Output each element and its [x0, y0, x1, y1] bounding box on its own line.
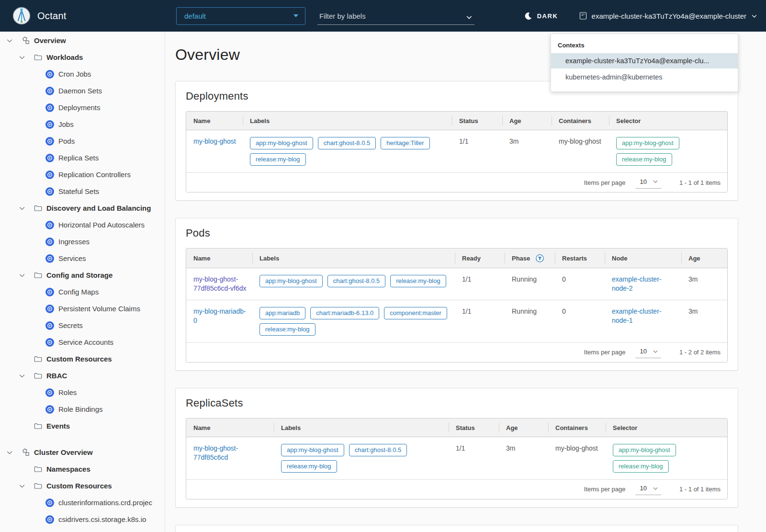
apps-icon — [21, 448, 30, 457]
column-label: Phase — [512, 255, 530, 262]
namespace-select[interactable]: default — [176, 7, 305, 25]
chevron-down-icon[interactable] — [6, 449, 13, 456]
chevron-down-icon[interactable] — [18, 54, 26, 61]
label-tag-app-my-blog-ghost[interactable]: app:my-blog-ghost — [250, 137, 313, 149]
selector-tag-release-my-blog[interactable]: release:my-blog — [616, 153, 672, 166]
label-tag-chart-ghost-8-0-5[interactable]: chart:ghost-8.0.5 — [327, 275, 386, 287]
contexts-dropdown: Contexts example-cluster-ka3TuTzYo4a@exa… — [551, 34, 738, 92]
sidebar-item-custom-resources[interactable]: Custom Resources — [0, 477, 165, 494]
cell-name: my-blog-mariadb-0 — [186, 300, 252, 343]
sidebar-item-service-accounts[interactable]: Service Accounts — [0, 334, 165, 351]
page-size-select[interactable]: 10 — [635, 177, 661, 189]
sidebar-item-pods[interactable]: Pods — [0, 133, 165, 149]
sidebar-item-namespaces[interactable]: Namespaces — [0, 461, 165, 477]
sidebar-item-replica-sets[interactable]: Replica Sets — [0, 149, 165, 166]
page-size-select[interactable]: 10 — [635, 346, 661, 358]
cell-age: 3m — [502, 130, 552, 173]
context-switcher[interactable]: example-cluster-ka3TuTzYo4a@example-clus… — [579, 11, 757, 20]
name-link[interactable]: my-blog-ghost-77df85c6cd — [193, 444, 238, 461]
chevron-down-icon — [751, 13, 757, 19]
sidebar-item-workloads[interactable]: Workloads — [0, 49, 165, 66]
sidebar-item-services[interactable]: Services — [0, 250, 165, 267]
persistent-volume-claims-icon — [45, 305, 54, 313]
sidebar-item-csidrivers-csi-storage-k8s-io[interactable]: csidrivers.csi.storage.k8s.io — [0, 511, 165, 528]
items-per-page-label: Items per page — [584, 179, 626, 186]
daemon-sets-icon — [45, 87, 54, 95]
name-link[interactable]: my-blog-ghost — [193, 137, 236, 145]
context-option-example-cluster-ka3tutzyo4a-example-clu[interactable]: example-cluster-ka3TuTzYo4a@example-clu.… — [551, 53, 738, 68]
sidebar-item-overview[interactable]: Overview — [0, 32, 165, 49]
sidebar-item-daemon-sets[interactable]: Daemon Sets — [0, 82, 165, 99]
caret-down-icon — [293, 14, 298, 17]
chevron-down-icon[interactable] — [18, 272, 26, 279]
sidebar-item-label: Roles — [58, 388, 77, 396]
chevron-down-icon[interactable] — [18, 205, 26, 212]
sidebar-item-cron-jobs[interactable]: Cron Jobs — [0, 66, 165, 82]
label-tag-app-my-blog-ghost[interactable]: app:my-blog-ghost — [281, 444, 344, 456]
sidebar-item-rbac[interactable]: RBAC — [0, 367, 165, 384]
label-tag-chart-ghost-8-0-5[interactable]: chart:ghost-8.0.5 — [349, 444, 407, 456]
sidebar-item-events[interactable]: Events — [0, 418, 165, 434]
column-label: Restarts — [562, 255, 587, 262]
sidebar-item-label: Overview — [34, 36, 66, 45]
label-tag-chart-ghost-8-0-5[interactable]: chart:ghost-8.0.5 — [318, 137, 376, 149]
filter-icon[interactable] — [536, 254, 544, 262]
label-tag-app-my-blog-ghost[interactable]: app:my-blog-ghost — [259, 275, 323, 287]
selector-tag-release-my-blog[interactable]: release:my-blog — [613, 460, 669, 473]
selector-tag-app-my-blog-ghost[interactable]: app:my-blog-ghost — [613, 444, 676, 456]
sidebar-item-config-maps[interactable]: Config Maps — [0, 283, 165, 300]
node-link[interactable]: example-cluster-node-2 — [612, 275, 661, 292]
label-tag-chart-mariadb-6-13-0[interactable]: chart:mariadb-6.13.0 — [310, 307, 379, 319]
replicasets-card: ReplicaSets NameLabelsStatusAgeContainer… — [175, 388, 738, 508]
filter-labels-input[interactable] — [318, 11, 466, 21]
replicasets-grid: NameLabelsStatusAgeContainersSelectormy-… — [186, 419, 727, 480]
page-size-select[interactable]: 10 — [635, 483, 661, 495]
label-tag-release-my-blog[interactable]: release:my-blog — [250, 153, 306, 166]
sidebar-item-clusterinformations-crd-projec[interactable]: clusterinformations.crd.projec — [0, 494, 165, 511]
sidebar-item-label: csidrivers.csi.storage.k8s.io — [58, 515, 146, 523]
sidebar-item-config-and-storage[interactable]: Config and Storage — [0, 267, 165, 283]
name-link[interactable]: my-blog-ghost-77df85c6cd-vf6dx — [193, 275, 247, 292]
chevron-down-icon[interactable] — [466, 14, 473, 21]
sidebar-item-label: Service Accounts — [58, 338, 113, 346]
sidebar-item-secrets[interactable]: Secrets — [0, 317, 165, 334]
sidebar-item-roles[interactable]: Roles — [0, 384, 165, 401]
cron-jobs-icon — [45, 70, 54, 79]
sidebar-item-label: Custom Resources — [46, 355, 112, 363]
label-tag-release-my-blog[interactable]: release:my-blog — [259, 323, 315, 336]
sidebar-item-ingresses[interactable]: Ingresses — [0, 233, 165, 250]
cell-name: my-blog-ghost-77df85c6cd — [186, 437, 274, 480]
label-tag-release-my-blog[interactable]: release:my-blog — [390, 275, 446, 287]
label-tag-component-master[interactable]: component:master — [384, 307, 447, 319]
cell-status: 1/1 — [449, 437, 499, 480]
label-tag-app-mariadb[interactable]: app:mariadb — [259, 307, 305, 319]
selector-tag-app-my-blog-ghost[interactable]: app:my-blog-ghost — [616, 137, 679, 149]
sidebar-item-custom-resources[interactable]: Custom Resources — [0, 351, 165, 367]
roles-icon — [45, 388, 54, 397]
context-option-kubernetes-admin-kubernetes[interactable]: kubernetes-admin@kubernetes — [551, 69, 738, 85]
sidebar-item-deployments[interactable]: Deployments — [0, 99, 165, 116]
chevron-down-icon[interactable] — [18, 373, 26, 379]
sidebar-item-persistent-volume-claims[interactable]: Persistent Volume Claims — [0, 300, 165, 317]
label-tag-release-my-blog[interactable]: release:my-blog — [281, 460, 337, 473]
chevron-down-icon[interactable] — [18, 483, 26, 489]
node-link[interactable]: example-cluster-node-1 — [612, 307, 661, 324]
cell-name: my-blog-ghost — [186, 130, 243, 173]
sidebar-item-replication-controllers[interactable]: Replication Controllers — [0, 166, 165, 183]
chevron-down-icon[interactable] — [6, 37, 13, 44]
dark-theme-toggle[interactable]: DARK — [524, 12, 558, 20]
stateful-sets-icon — [45, 187, 54, 196]
label-tag-heritage-tiller[interactable]: heritage:Tiller — [381, 137, 429, 149]
filter-labels-box[interactable] — [317, 7, 474, 25]
sidebar-item-role-bindings[interactable]: Role Bindings — [0, 401, 165, 418]
name-link[interactable]: my-blog-mariadb-0 — [193, 307, 246, 324]
sidebar-item-discovery-and-load-balancing[interactable]: Discovery and Load Balancing — [0, 200, 165, 216]
context-label: example-cluster-ka3TuTzYo4a@example-clus… — [592, 12, 746, 20]
sidebar-item-horizontal-pod-autoscalers[interactable]: Horizontal Pod Autoscalers — [0, 216, 165, 233]
column-label: Labels — [250, 117, 270, 125]
column-header-restarts: Restarts — [555, 249, 605, 268]
sidebar-item-jobs[interactable]: Jobs — [0, 116, 165, 133]
sidebar-item-cluster-overview[interactable]: Cluster Overview — [0, 444, 165, 461]
sidebar-item-stateful-sets[interactable]: Stateful Sets — [0, 183, 165, 200]
page-size-value: 10 — [640, 485, 647, 492]
